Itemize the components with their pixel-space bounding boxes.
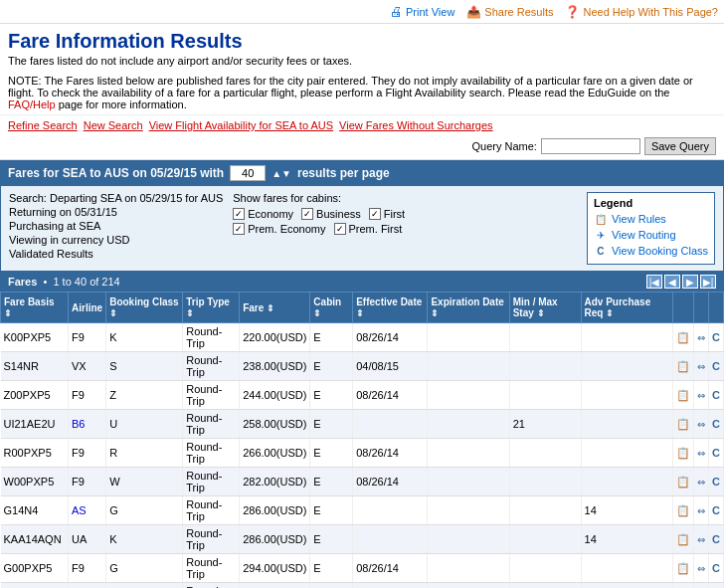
airline-link[interactable]: AS: [72, 504, 87, 516]
booking-class-cell: K: [106, 525, 183, 554]
eff-date-cell: [353, 496, 428, 525]
cabin-cell: E: [310, 323, 353, 352]
cabin-prem-first[interactable]: ✓ Prem. First: [334, 223, 403, 235]
col-trip-type[interactable]: Trip Type ⇕: [183, 293, 240, 323]
rules-icon-cell[interactable]: 📋: [672, 439, 693, 468]
airline-code: F9: [72, 331, 85, 343]
routing-icon-cell[interactable]: ⇔: [693, 323, 708, 352]
last-page-button[interactable]: ▶|: [700, 275, 716, 289]
first-page-button[interactable]: |◀: [646, 275, 662, 289]
fares-table-body: K00PXP5 F9 K Round-Trip 220.00(USD) E 08…: [1, 323, 724, 589]
routing-icon-cell[interactable]: ⇔: [693, 381, 708, 410]
query-name-input[interactable]: [541, 138, 640, 154]
rules-icon-cell[interactable]: 📋: [672, 496, 693, 525]
col-fare-basis[interactable]: Fare Basis ⇕: [1, 293, 69, 323]
eff-date-cell: 08/26/14: [353, 468, 428, 496]
booking-class-icon-cell[interactable]: C: [708, 352, 723, 381]
trip-type-cell: Round-Trip: [183, 323, 240, 352]
adv-purch-cell: [581, 468, 672, 496]
routing-icon-cell[interactable]: ⇔: [693, 525, 708, 554]
search-header-text1: Fares for SEA to AUS on 05/29/15 with: [8, 166, 224, 180]
routing-icon-cell[interactable]: ⇔: [693, 468, 708, 496]
exp-date-cell: [428, 525, 509, 554]
help-link[interactable]: ❓ Need Help With This Page?: [565, 5, 718, 19]
col-adv-purch[interactable]: Adv Purchase Req ⇕: [581, 293, 672, 323]
view-flight-link[interactable]: View Flight Availability for SEA to AUS: [149, 119, 333, 131]
legend-view-booking[interactable]: C View Booking Class: [594, 244, 708, 258]
col-min-max[interactable]: Min / Max Stay ⇕: [509, 293, 581, 323]
cabin-business[interactable]: ✓ Business: [301, 208, 361, 220]
refine-search-link[interactable]: Refine Search: [8, 119, 78, 131]
prem-economy-checkbox[interactable]: ✓: [233, 223, 245, 235]
first-checkbox[interactable]: ✓: [369, 208, 381, 220]
rules-icon-cell[interactable]: 📋: [672, 352, 693, 381]
col-exp-date[interactable]: Expiration Date ⇕: [428, 293, 509, 323]
routing-icon-cell[interactable]: ⇔: [693, 439, 708, 468]
share-results-link[interactable]: 📤 Share Results: [466, 5, 553, 19]
rules-icon-cell[interactable]: 📋: [672, 583, 693, 589]
legend-title: Legend: [594, 197, 708, 209]
col-airline[interactable]: Airline: [69, 293, 106, 323]
routing-icon-cell[interactable]: ⇔: [693, 410, 708, 439]
rules-icon-cell[interactable]: 📋: [672, 323, 693, 352]
rules-icon-cell[interactable]: 📋: [672, 381, 693, 410]
booking-class-icon-cell[interactable]: C: [708, 525, 723, 554]
business-checkbox[interactable]: ✓: [301, 208, 313, 220]
exp-date-cell: [428, 410, 509, 439]
adv-purch-cell: [581, 554, 672, 583]
booking-class-icon-cell[interactable]: C: [708, 468, 723, 496]
booking-class-icon-cell[interactable]: C: [708, 381, 723, 410]
rules-icon-cell[interactable]: 📋: [672, 554, 693, 583]
fare-cell: 238.00(USD): [240, 352, 310, 381]
cabin-economy[interactable]: ✓ Economy: [233, 208, 293, 220]
view-fares-link[interactable]: View Fares Without Surcharges: [339, 119, 492, 131]
cabin-prem-economy[interactable]: ✓ Prem. Economy: [233, 223, 325, 235]
adv-purch-cell: [581, 352, 672, 381]
booking-class-icon-cell[interactable]: C: [708, 496, 723, 525]
search-header-text2: results per page: [297, 166, 390, 180]
printer-icon: 🖨: [390, 4, 403, 19]
fare-basis-cell: UI21AE2U: [1, 410, 69, 439]
airline-code: UA: [72, 533, 87, 545]
save-query-button[interactable]: Save Query: [644, 137, 716, 155]
col-cabin[interactable]: Cabin ⇕: [310, 293, 353, 323]
rules-icon-cell[interactable]: 📋: [672, 468, 693, 496]
note-box: NOTE: The Fares listed below are publish…: [0, 71, 724, 115]
prev-page-button[interactable]: ◀: [664, 275, 680, 289]
exp-date-cell: [428, 554, 509, 583]
routing-icon-cell[interactable]: ⇔: [693, 583, 708, 589]
col-eff-date[interactable]: Effective Date ⇕: [353, 293, 428, 323]
routing-icon-cell[interactable]: ⇔: [693, 554, 708, 583]
booking-class-icon-cell[interactable]: C: [708, 439, 723, 468]
booking-class-icon-cell[interactable]: C: [708, 323, 723, 352]
routing-icon-cell[interactable]: ⇔: [693, 496, 708, 525]
print-view-link[interactable]: 🖨 Print View: [390, 4, 454, 19]
booking-class-icon-cell[interactable]: C: [708, 554, 723, 583]
legend-box: Legend 📋 View Rules ✈ View Routing C Vie…: [587, 192, 715, 265]
economy-checkbox[interactable]: ✓: [233, 208, 245, 220]
routing-icon-cell[interactable]: ⇔: [693, 352, 708, 381]
rules-icon-cell[interactable]: 📋: [672, 410, 693, 439]
faq-link[interactable]: FAQ/Help: [8, 98, 56, 110]
legend-view-routing[interactable]: ✈ View Routing: [594, 228, 708, 242]
booking-class-icon-cell[interactable]: C: [708, 410, 723, 439]
booking-class-icon-cell[interactable]: C: [708, 583, 723, 589]
airline-code: F9: [72, 476, 85, 488]
table-row: K00PXP5 F9 K Round-Trip 220.00(USD) E 08…: [1, 323, 724, 352]
results-per-page-input[interactable]: [230, 165, 266, 181]
next-page-button[interactable]: ▶: [682, 275, 698, 289]
fares-section-label: Fares • 1 to 40 of 214: [8, 276, 120, 288]
fare-cell: 266.00(USD): [240, 439, 310, 468]
airline-link[interactable]: B6: [72, 418, 85, 430]
legend-view-rules[interactable]: 📋 View Rules: [594, 212, 708, 226]
col-fare[interactable]: Fare ⇕: [240, 293, 310, 323]
cabin-first[interactable]: ✓ First: [369, 208, 405, 220]
prem-first-checkbox[interactable]: ✓: [334, 223, 346, 235]
col-booking-class[interactable]: Booking Class ⇕: [106, 293, 183, 323]
min-max-cell: [509, 352, 581, 381]
fare-basis-cell: G14N4: [1, 496, 69, 525]
min-max-cell: [509, 468, 581, 496]
rules-icon-cell[interactable]: 📋: [672, 525, 693, 554]
new-search-link[interactable]: New Search: [84, 119, 143, 131]
search-header-bar: Fares for SEA to AUS on 05/29/15 with ▲▼…: [0, 160, 724, 186]
